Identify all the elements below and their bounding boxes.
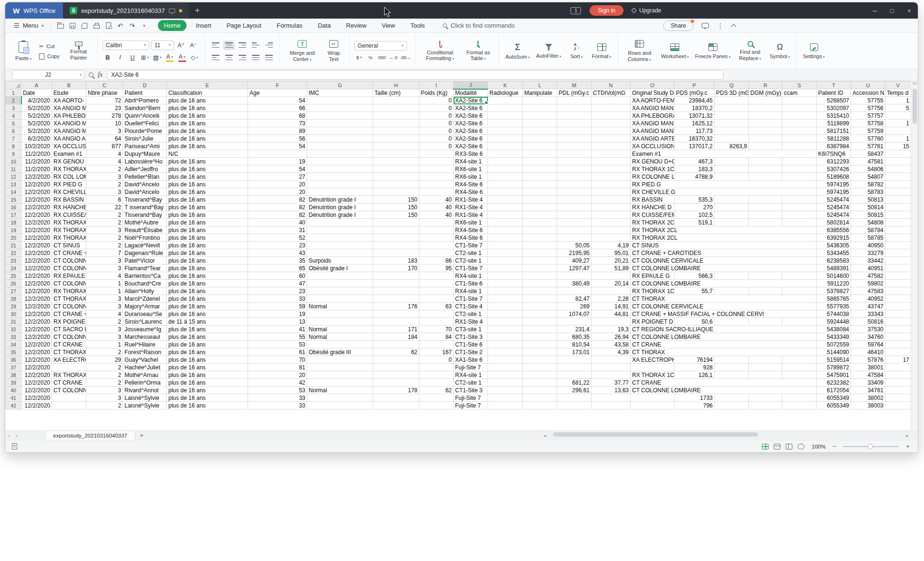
cell-L14[interactable] — [523, 188, 557, 196]
cell-H41[interactable] — [373, 394, 419, 402]
cell-T42[interactable]: 6055349 — [817, 402, 851, 409]
cell-V35[interactable] — [885, 348, 911, 356]
cell-A16[interactable]: 12/2/2020 — [21, 204, 52, 211]
cell-M1[interactable]: PDL (mGy.c — [557, 89, 592, 97]
cell-S11[interactable] — [782, 165, 817, 173]
minimize-button[interactable]: ─ — [866, 2, 883, 19]
column-header-K[interactable]: K — [488, 82, 523, 89]
cell-I38[interactable] — [419, 371, 454, 379]
cell-A11[interactable]: 11/2/2020 — [21, 165, 52, 173]
cell-N1[interactable]: CTDIVol(mG — [592, 89, 631, 97]
cell-S1[interactable]: ccam — [782, 89, 817, 97]
cell-U37[interactable]: 38001 — [851, 364, 885, 371]
cell-T37[interactable]: 5789872 — [817, 364, 851, 371]
cell-N8[interactable] — [592, 143, 631, 150]
cell-C34[interactable]: 1 — [86, 341, 123, 348]
cell-I6[interactable]: 0 — [419, 127, 454, 135]
cell-E6[interactable]: plus de 16 ans — [167, 127, 248, 135]
cell-H40[interactable]: 178 — [373, 387, 419, 394]
cell-A25[interactable]: 12/2/2020 — [21, 272, 52, 280]
cell-U27[interactable]: 47583 — [851, 287, 885, 295]
cell-O34[interactable]: CT CRANE — [631, 341, 675, 348]
distribute-button[interactable] — [263, 53, 275, 62]
cell-P37[interactable]: 928 — [675, 364, 715, 371]
cell-A17[interactable]: 12/2/2020 — [21, 211, 52, 219]
row-header-21[interactable]: 21 — [6, 242, 21, 249]
cell-K5[interactable] — [488, 120, 523, 127]
cell-F19[interactable]: 31 — [248, 226, 307, 234]
cell-H22[interactable] — [373, 249, 419, 257]
cell-K19[interactable] — [488, 226, 523, 234]
cell-E23[interactable]: plus de 16 ans — [167, 257, 248, 265]
cell-O24[interactable]: CT COLONNE LOMBAIRE — [631, 265, 675, 272]
cell-E36[interactable]: plus de 16 ans — [167, 356, 248, 364]
cell-O3[interactable]: XA ANGIO MANIP — [631, 104, 675, 112]
cell-G15[interactable]: Dénutrition grade I — [307, 196, 373, 204]
cell-S37[interactable] — [782, 364, 817, 371]
cell-H39[interactable] — [373, 379, 419, 387]
cell-J6[interactable]: XA2-Site 6 — [454, 127, 488, 135]
autosum-button[interactable]: Σ AutoSum▾ — [504, 43, 531, 60]
cell-L7[interactable] — [523, 135, 557, 143]
cell-R4[interactable] — [749, 112, 782, 120]
cell-M20[interactable] — [557, 234, 592, 242]
cell-K16[interactable] — [488, 204, 523, 211]
cell-M18[interactable] — [557, 219, 592, 226]
row-header-17[interactable]: 17 — [6, 211, 21, 219]
cell-T18[interactable]: 5802814 — [817, 219, 851, 226]
cell-A13[interactable]: 12/2/2020 — [21, 181, 52, 188]
column-header-D[interactable]: D — [123, 82, 167, 89]
cell-P6[interactable]: 117,73 — [675, 127, 715, 135]
open-button[interactable] — [55, 20, 67, 31]
cell-Q37[interactable] — [715, 364, 749, 371]
cell-Q15[interactable] — [715, 196, 749, 204]
cell-G24[interactable]: Obésité grade I — [307, 265, 373, 272]
cell-E13[interactable]: plus de 16 ans — [167, 181, 248, 188]
cell-C38[interactable]: 2 — [86, 371, 123, 379]
cell-R11[interactable] — [749, 165, 782, 173]
cell-G14[interactable] — [307, 188, 373, 196]
cell-K12[interactable] — [488, 173, 523, 181]
cell-J14[interactable]: RX4-Site 6 — [454, 188, 488, 196]
cell-H8[interactable] — [373, 143, 419, 150]
cell-G4[interactable] — [307, 112, 373, 120]
row-header-12[interactable]: 12 — [6, 173, 21, 181]
cell-P10[interactable]: 467,3 — [675, 158, 715, 165]
zoom-slider[interactable] — [843, 446, 899, 447]
cell-F24[interactable]: 65 — [248, 265, 307, 272]
column-header-T[interactable]: T — [817, 82, 851, 89]
cell-U7[interactable]: 57760 — [851, 135, 885, 143]
cell-F31[interactable]: 13 — [248, 318, 307, 326]
cell-F12[interactable]: 27 — [248, 173, 307, 181]
cell-G38[interactable] — [307, 371, 373, 379]
cell-B17[interactable]: RX CUISSE/F — [52, 211, 86, 219]
cell-M40[interactable]: 296,61 — [557, 387, 592, 394]
cell-F9[interactable] — [248, 150, 307, 158]
cell-D30[interactable]: Duranseau^Se — [123, 310, 167, 318]
horizontal-scrollbar-thumb[interactable] — [553, 432, 758, 437]
sheet-nav-left-icon[interactable]: ‹ — [5, 433, 13, 439]
cell-P18[interactable]: 519,1 — [675, 219, 715, 226]
cell-H21[interactable] — [373, 242, 419, 249]
cell-R2[interactable] — [749, 97, 782, 104]
cell-B8[interactable]: XA OCCLUS — [52, 143, 86, 150]
maximize-button[interactable]: □ — [883, 2, 901, 19]
cell-D37[interactable]: Hachée^Juliet — [123, 364, 167, 371]
cell-J42[interactable]: Fuji-Site 7 — [454, 402, 488, 409]
cell-I17[interactable]: 40 — [419, 211, 454, 219]
cell-M31[interactable] — [557, 318, 592, 326]
cell-E17[interactable]: plus de 16 ans — [167, 211, 248, 219]
cell-I30[interactable] — [419, 310, 454, 318]
menu-button[interactable]: ☰ Menu ▾ — [11, 22, 47, 29]
cell-D1[interactable]: Patient — [123, 89, 167, 97]
cell-C28[interactable]: 3 — [86, 295, 123, 303]
cell-H30[interactable] — [373, 310, 419, 318]
cell-E9[interactable]: N/C — [167, 150, 248, 158]
cell-K39[interactable] — [488, 379, 523, 387]
cell-L32[interactable] — [523, 326, 557, 333]
save-button[interactable] — [67, 20, 79, 31]
cell-C14[interactable]: 3 — [86, 188, 123, 196]
cell-Q17[interactable] — [715, 211, 749, 219]
cell-I36[interactable]: 0 — [419, 356, 454, 364]
freeze-panes-button[interactable]: Freeze Panes▾ — [694, 43, 732, 60]
